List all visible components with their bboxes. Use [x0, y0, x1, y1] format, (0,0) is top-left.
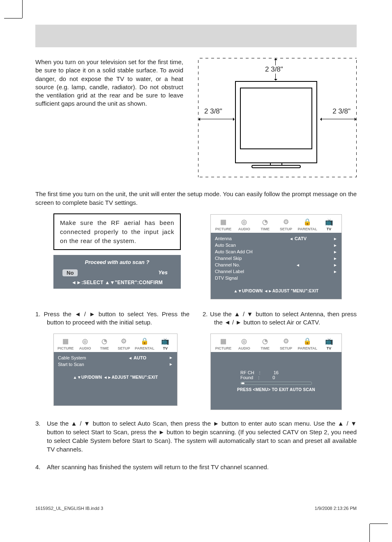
osd-item-value: ◄ AUTO: [107, 355, 167, 360]
osd-tab-setup[interactable]: ⚙SETUP: [277, 337, 295, 350]
step-3-num: 3.: [35, 419, 47, 454]
osd-tab-label: PARENTAL: [297, 227, 317, 231]
step-1: 1. Press the ◄ / ► button to select Yes.…: [35, 310, 189, 327]
osd-item-value: ◄ CATV: [264, 236, 332, 241]
osd-tab-label: SETUP: [280, 346, 292, 350]
time-icon: ◔: [256, 337, 274, 345]
setup-icon: ⚙: [277, 218, 295, 226]
osd-tab-audio[interactable]: ◎AUDIO: [235, 337, 254, 350]
osd-tab-parental[interactable]: 🔒PARENTAL: [135, 337, 154, 350]
step-4: After scanning has finished the system w…: [47, 463, 357, 471]
autoscan-question: Proceed with auto scan ?: [59, 259, 175, 265]
osd-item[interactable]: Channel No.◄ ►: [215, 262, 337, 268]
osd-tab-audio[interactable]: ◎AUDIO: [76, 337, 93, 350]
header-bar: [35, 25, 357, 47]
osd-tab-setup[interactable]: ⚙SETUP: [277, 218, 295, 231]
osd-tab-tv[interactable]: 📺TV: [320, 337, 338, 350]
osd-hint: ▲▼UP/DOWN ◄►ADJUST "MENU":EXIT: [215, 281, 337, 293]
osd-tab-label: AUDIO: [79, 346, 91, 350]
osd-tab-label: TV: [327, 227, 332, 231]
setup-intro: The first time you turn on the unit, the…: [35, 190, 357, 207]
time-icon: ◔: [96, 337, 113, 345]
osd-tab-tv[interactable]: 📺TV: [157, 337, 174, 350]
osd-tab-label: SETUP: [280, 227, 292, 231]
picture-icon: ▦: [214, 218, 233, 226]
osd-tab-label: TV: [163, 346, 168, 350]
chevron-right-icon: ►: [167, 355, 173, 360]
osd-item[interactable]: Cable System◄ AUTO►: [58, 354, 173, 361]
step-2: 2. Use the ▲ / ▼ button to select Antenn…: [203, 310, 357, 327]
rfch-value: 16: [274, 370, 279, 375]
osd-item[interactable]: Channel Skip►: [215, 255, 337, 262]
osd-tab-label: PICTURE: [58, 346, 74, 350]
osd-tab-picture[interactable]: ▦PICTURE: [214, 337, 233, 350]
osd-tab-tv[interactable]: 📺TV: [320, 218, 338, 231]
osd-item-label: Channel Label: [215, 269, 264, 274]
tv-icon: 📺: [320, 218, 338, 226]
setup-icon: ⚙: [115, 337, 132, 345]
osd-tab-parental[interactable]: 🔒PARENTAL: [297, 218, 317, 231]
osd-item-label: Auto Scan Add CH: [215, 249, 264, 254]
time-icon: ◔: [256, 218, 274, 226]
dim-top: 2 3/8": [264, 65, 284, 74]
osd-item[interactable]: Antenna◄ CATV►: [215, 235, 337, 242]
found-label: Found: [240, 375, 253, 380]
parental-icon: 🔒: [297, 337, 317, 345]
found-value: 0: [272, 375, 275, 380]
osd-tv-menu: ▦PICTURE◎AUDIO◔TIME⚙SETUP🔒PARENTAL📺TV An…: [210, 214, 342, 299]
osd-scan-progress: ▦PICTURE◎AUDIO◔TIME⚙SETUP🔒PARENTAL📺TV RF…: [210, 334, 342, 410]
chevron-right-icon: ►: [332, 243, 337, 248]
osd-autoscan-menu: ▦PICTURE◎AUDIO◔TIME⚙SETUP🔒PARENTAL📺TV Ca…: [53, 334, 178, 406]
footer-timestamp: 1/9/2008 2:13:26 PM: [315, 506, 357, 511]
osd-tab-label: TV: [327, 346, 332, 350]
tv-icon: 📺: [320, 337, 338, 345]
osd-item-value: ◄: [264, 262, 332, 267]
osd-tab-picture[interactable]: ▦PICTURE: [57, 337, 74, 350]
audio-icon: ◎: [235, 218, 254, 226]
footer-file: 16159S2_UL_ENGLISH IB.indd 3: [35, 506, 103, 511]
osd-item-label: Start to Scan: [58, 362, 107, 367]
osd-tab-label: AUDIO: [238, 227, 250, 231]
yes-button[interactable]: Yes: [158, 269, 168, 276]
osd-tab-time[interactable]: ◔TIME: [96, 337, 113, 350]
osd-item[interactable]: Channel Label►: [215, 268, 337, 275]
chevron-right-icon: ►: [167, 362, 173, 366]
osd-hint: ▲▼UP/DOWN ◄►ADJUST "MENU":EXIT: [58, 368, 173, 380]
osd-tab-setup[interactable]: ⚙SETUP: [115, 337, 132, 350]
setup-icon: ⚙: [277, 337, 295, 345]
parental-icon: 🔒: [135, 337, 154, 345]
osd-item[interactable]: Auto Scan Add CH►: [215, 248, 337, 255]
osd-tab-parental[interactable]: 🔒PARENTAL: [297, 337, 317, 350]
audio-icon: ◎: [76, 337, 93, 345]
no-button[interactable]: No: [62, 269, 78, 276]
chevron-right-icon: ►: [332, 236, 337, 241]
osd-item-label: Channel Skip: [215, 256, 264, 261]
osd-item[interactable]: DTV Signal: [215, 275, 337, 281]
dim-right: 2 3/8": [331, 107, 352, 116]
osd-tab-label: TIME: [261, 346, 270, 350]
intro-paragraph: When you turn on your television set for…: [35, 58, 183, 177]
scan-progress-bar: [240, 382, 312, 385]
osd-tab-time[interactable]: ◔TIME: [256, 218, 274, 231]
osd-tab-label: TIME: [261, 227, 270, 231]
dim-left: 2 3/8": [203, 107, 224, 116]
chevron-right-icon: ►: [332, 250, 337, 254]
osd-tab-time[interactable]: ◔TIME: [256, 337, 274, 350]
osd-tab-audio[interactable]: ◎AUDIO: [235, 218, 254, 231]
osd-item-label: Cable System: [58, 355, 107, 360]
chevron-right-icon: ►: [332, 269, 337, 274]
osd-item[interactable]: Start to Scan►: [58, 361, 173, 368]
osd-tab-label: PARENTAL: [297, 346, 317, 350]
picture-icon: ▦: [57, 337, 74, 345]
tv-outline: [235, 81, 317, 163]
osd-item-label: Antenna: [215, 236, 264, 241]
osd-item-label: Channel No.: [215, 262, 264, 267]
step-4-num: 4.: [35, 463, 47, 471]
osd-item-label: DTV Signal: [215, 276, 264, 280]
osd-item[interactable]: Auto Scan►: [215, 242, 337, 248]
chevron-right-icon: ►: [332, 263, 337, 267]
osd-tab-label: PARENTAL: [135, 346, 154, 350]
autoscan-dialog: Proceed with auto scan ? No Yes ◄►:SELEC…: [53, 255, 181, 289]
osd-tab-picture[interactable]: ▦PICTURE: [214, 218, 233, 231]
clearance-diagram: 2 3/8" 2 3/8" 2 3/8": [198, 58, 357, 177]
